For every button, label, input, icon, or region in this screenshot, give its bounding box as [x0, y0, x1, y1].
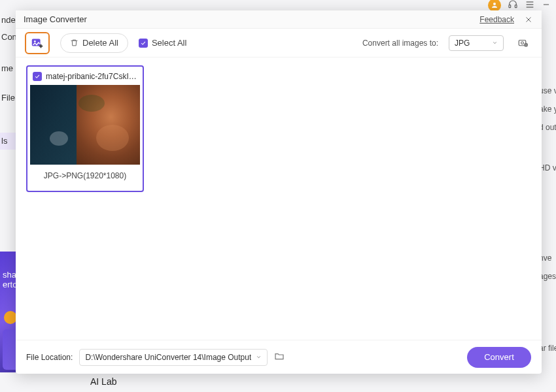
modal-title: Image Converter [24, 14, 479, 24]
card-filename: matej-pribanic-2fu7CskIT... [46, 72, 137, 81]
output-format-select[interactable]: JPG [449, 35, 504, 51]
chevron-down-icon [256, 354, 262, 360]
card-conversion-info: JPG->PNG(1920*1080) [30, 165, 140, 188]
chevron-down-icon [492, 40, 498, 46]
card-checkbox[interactable] [33, 72, 42, 81]
close-icon[interactable] [523, 14, 534, 25]
open-folder-icon[interactable] [274, 351, 287, 364]
svg-point-10 [34, 40, 36, 42]
image-card[interactable]: matej-pribanic-2fu7CskIT... JPG->PNG(192… [26, 65, 144, 192]
add-image-button[interactable] [25, 32, 50, 54]
feedback-link[interactable]: Feedback [479, 15, 514, 24]
convert-button[interactable]: Convert [467, 347, 531, 368]
select-all-checkbox[interactable]: Select All [139, 38, 186, 48]
svg-point-14 [521, 41, 524, 44]
image-converter-modal: Image Converter Feedback Delete All Sele… [16, 10, 542, 374]
delete-all-button[interactable]: Delete All [60, 33, 128, 53]
image-thumbnail [30, 85, 140, 165]
output-settings-icon[interactable] [514, 35, 532, 51]
ai-lab-label: AI Lab [90, 376, 116, 387]
svg-point-0 [493, 3, 496, 5]
svg-rect-2 [515, 5, 517, 8]
checkbox-checked-icon [139, 39, 148, 48]
svg-rect-1 [509, 5, 511, 8]
minimize-icon[interactable] [542, 0, 552, 12]
file-location-label: File Location: [26, 353, 73, 362]
output-path-select[interactable]: D:\Wondershare UniConverter 14\Image Out… [79, 349, 268, 366]
convert-to-label: Convert all images to: [362, 39, 438, 48]
